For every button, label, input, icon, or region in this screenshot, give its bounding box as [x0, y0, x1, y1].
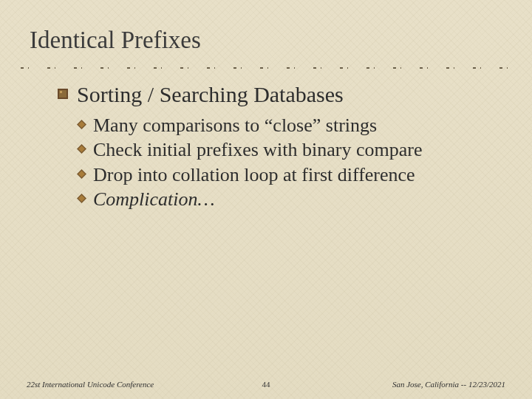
- slide-title: Identical Prefixes: [30, 27, 201, 54]
- slide-content: Sorting / Searching Databases Many compa…: [58, 80, 502, 211]
- diamond-bullet-icon: [77, 169, 86, 179]
- bullet-level2: Many comparisons to “close” strings: [77, 113, 502, 137]
- svg-rect-2: [60, 91, 62, 93]
- bullet-level1-text: Sorting / Searching Databases: [77, 82, 344, 106]
- bullet-level2: Drop into collation loop at first differ…: [77, 163, 502, 187]
- bullet-level2: Check initial prefixes with binary compa…: [77, 137, 502, 162]
- slide-footer: 22st International Unicode Conference 44…: [0, 380, 532, 389]
- footer-right: San Jose, California -- 12/23/2021: [392, 380, 505, 389]
- sub-bullet-list: Many comparisons to “close” strings Chec…: [58, 113, 502, 211]
- divider-line: [21, 66, 511, 69]
- bullet-level2: Complication…: [77, 187, 502, 211]
- footer-left: 22st International Unicode Conference: [27, 380, 154, 389]
- bullet-level2-text: Many comparisons to “close” strings: [93, 115, 377, 136]
- bullet-level1: Sorting / Searching Databases: [58, 80, 502, 109]
- bullet-level2-text: Complication…: [93, 188, 215, 210]
- bullet-level2-text: Drop into collation loop at first differ…: [93, 164, 415, 185]
- bullet-level2-text: Check initial prefixes with binary compa…: [93, 139, 422, 160]
- square-bullet-icon: [58, 89, 68, 99]
- slide-number: 44: [262, 380, 270, 389]
- diamond-bullet-icon: [77, 144, 86, 154]
- diamond-bullet-icon: [77, 120, 86, 129]
- diamond-bullet-icon: [77, 194, 86, 203]
